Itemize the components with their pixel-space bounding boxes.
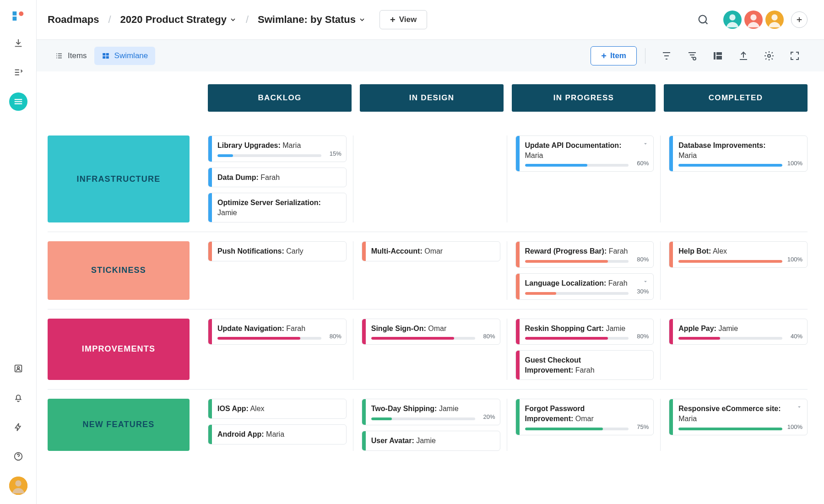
progress-percent: 60% [637,160,649,167]
progress-bar [678,164,782,167]
card[interactable]: Guest Checkout Improvement: Farah [515,350,654,380]
collaborator-avatar[interactable] [744,11,763,29]
card-title: Single Sign-On: Omar [371,324,475,334]
tab-swimlane[interactable]: Swimlane [94,47,156,65]
collaborator-avatar[interactable] [765,11,784,29]
card[interactable]: Multi-Account: Omar [362,241,500,261]
app-logo[interactable] [11,9,25,23]
card[interactable]: Responsive eCommerce site: Maria100% [669,399,808,435]
lane-cell[interactable]: Responsive eCommerce site: Maria100% [669,399,808,450]
layout-icon[interactable] [712,50,723,61]
help-icon[interactable] [9,447,27,466]
card-menu-icon[interactable] [796,404,802,412]
svg-rect-1 [12,16,16,21]
card[interactable]: Android App: Maria [208,424,347,444]
top-bar: Roadmaps / 2020 Product Strategy / Swiml… [37,0,824,39]
card[interactable]: Library Upgrades: Maria15% [208,135,347,162]
card[interactable]: Database Improvements: Maria100% [669,135,808,172]
lane-cell[interactable]: Library Upgrades: Maria15%Data Dump: Far… [208,135,353,222]
progress-percent: 75% [637,423,649,430]
lane-cell[interactable]: Single Sign-On: Omar80% [362,319,507,380]
card[interactable]: Update API Documentation: Maria60% [515,135,654,172]
search-icon[interactable] [697,13,710,26]
bolt-icon[interactable] [9,418,27,436]
lane-cell[interactable] [362,135,507,222]
card[interactable]: Push Notifications: Carly [208,241,347,261]
card[interactable]: Language Localization: Farah30% [515,273,654,300]
lane-row: INFRASTRUCTURELibrary Upgrades: Maria15%… [48,135,808,232]
column-header[interactable]: BACKLOG [208,84,352,112]
add-item-button[interactable]: +Item [591,46,637,65]
bell-icon[interactable] [9,389,27,407]
lane-cell[interactable]: Two-Day Shipping: Jamie20%User Avatar: J… [362,399,507,450]
card[interactable]: Help Bot: Alex100% [669,241,808,268]
filter-link-icon[interactable] [687,50,698,61]
lane-cell[interactable]: Push Notifications: Carly [208,241,353,299]
lane-cell[interactable]: Forgot Password Improvement: Omar75% [515,399,661,450]
card[interactable]: Update Navigation: Farah80% [208,319,347,345]
card-menu-icon[interactable] [642,141,649,148]
lane-cell[interactable]: Reskin Shopping Cart: Jamie80%Guest Chec… [515,319,661,380]
progress-percent: 40% [791,333,802,340]
card-title: Library Upgrades: Maria [217,141,321,151]
download-icon[interactable] [9,34,27,52]
card-title: User Avatar: Jamie [371,436,475,446]
swimlane-nav-icon[interactable] [9,92,27,111]
card[interactable]: Reskin Shopping Cart: Jamie80% [515,319,654,345]
export-icon[interactable] [738,50,749,61]
svg-rect-19 [716,56,722,60]
column-header[interactable]: IN PROGRESS [512,84,656,112]
collaborator-avatar[interactable] [723,11,742,29]
progress-bar [678,337,782,340]
lane-cell[interactable]: Reward (Progress Bar): Farah80%Language … [515,241,661,299]
user-avatar[interactable] [9,477,27,495]
contact-icon[interactable] [9,359,27,378]
lane-header[interactable]: IMPROVEMENTS [48,319,190,380]
card[interactable]: Optimize Server Serialization: Jamie [208,193,347,222]
svg-rect-13 [106,53,108,55]
card[interactable]: Data Dump: Farah [208,168,347,188]
lane-cell[interactable]: Database Improvements: Maria100% [669,135,808,222]
lane-cell[interactable]: Update Navigation: Farah80% [208,319,353,380]
lane-cell[interactable]: Update API Documentation: Maria60% [515,135,661,222]
card[interactable]: Apple Pay: Jamie40% [669,319,808,345]
lane-row: IMPROVEMENTSUpdate Navigation: Farah80%S… [48,309,808,390]
breadcrumb-view[interactable]: Swimlane: by Status [258,14,366,26]
progress-bar [525,337,629,340]
filter-icon[interactable] [661,50,672,61]
list-arrow-icon[interactable] [9,63,27,81]
card[interactable]: Single Sign-On: Omar80% [362,319,500,345]
settings-icon[interactable] [764,50,775,61]
svg-rect-17 [714,52,716,60]
lane-cell[interactable]: Multi-Account: Omar [362,241,507,299]
tab-items[interactable]: Items [48,47,94,65]
add-view-button[interactable]: +View [379,10,427,29]
lane-header[interactable]: STICKINESS [48,241,190,299]
progress-bar [678,428,782,430]
card[interactable]: User Avatar: Jamie [362,431,500,451]
board: BACKLOGIN DESIGNIN PROGRESSCOMPLETED INF… [37,71,824,478]
card-menu-icon[interactable] [642,278,649,286]
lane-header[interactable]: NEW FEATURES [48,399,190,450]
card[interactable]: Forgot Password Improvement: Omar75% [515,399,654,435]
column-header[interactable]: COMPLETED [664,84,808,112]
lane-header[interactable]: INFRASTRUCTURE [48,135,190,222]
column-header[interactable]: IN DESIGN [360,84,504,112]
breadcrumb-root[interactable]: Roadmaps [48,14,99,26]
card[interactable]: IOS App: Alex [208,399,347,419]
progress-percent: 100% [787,423,802,430]
card[interactable]: Reward (Progress Bar): Farah80% [515,241,654,268]
lane-cell[interactable]: Help Bot: Alex100% [669,241,808,299]
breadcrumb-project[interactable]: 2020 Product Strategy [120,14,237,26]
lane-row: STICKINESSPush Notifications: CarlyMulti… [48,232,808,309]
fullscreen-icon[interactable] [789,50,800,61]
svg-point-9 [729,14,735,20]
card[interactable]: Two-Day Shipping: Jamie20% [362,399,500,425]
view-toolbar: Items Swimlane +Item [37,39,824,71]
svg-point-20 [768,54,770,57]
lane-cell[interactable]: Apple Pay: Jamie40% [669,319,808,380]
add-collaborator-button[interactable] [791,11,808,28]
progress-bar [217,154,321,157]
lane-cell[interactable]: IOS App: AlexAndroid App: Maria [208,399,353,450]
progress-bar [525,292,629,295]
